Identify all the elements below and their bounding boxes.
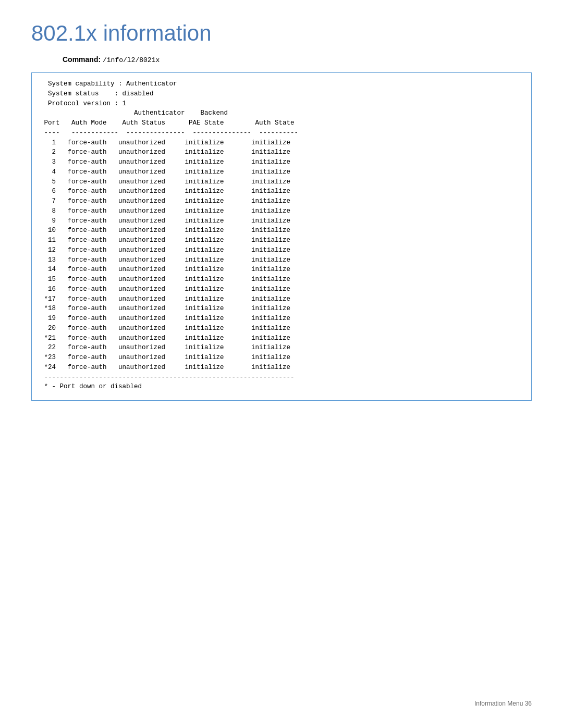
page-footer: Information Menu 36 [474,700,532,707]
footer-text: Information Menu 36 [474,700,532,707]
terminal-box: System capability : Authenticator System… [31,72,532,401]
terminal-content: System capability : Authenticator System… [40,79,523,392]
command-label: Command: [63,55,101,64]
command-line: Command: /info/l2/8021x [0,51,563,72]
page-title: 802.1x information [0,0,563,51]
command-value: /info/l2/8021x [103,56,160,64]
